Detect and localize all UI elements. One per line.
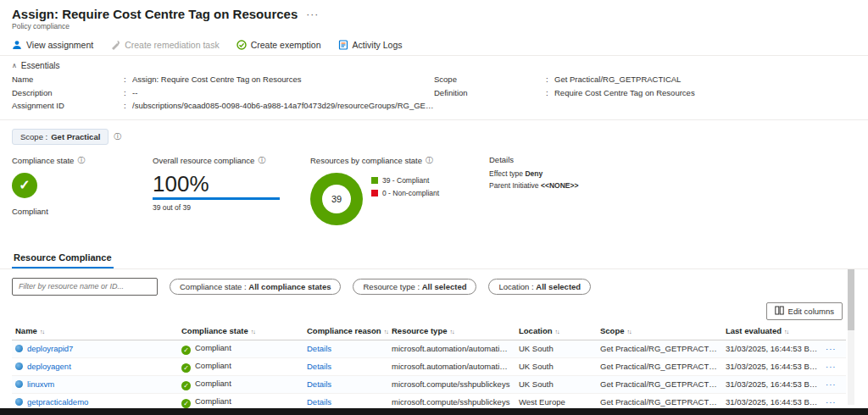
overall-compliance-block: Overall resource compliance ⓘ 100% 39 ou… [153,155,288,225]
legend-compliant-label: 39 - Compliant [382,176,429,185]
sort-icon: ↑↓ [784,329,788,335]
compliant-check-icon: ✓ [12,173,37,198]
table-toolbar: Edit columns [0,296,868,322]
col-label: Last evaluated [726,326,782,335]
essentials-description-row: Description : -- [12,86,434,100]
create-exemption-label: Create exemption [251,40,321,50]
resource-type-cell: microsoft.automation/automationaccounts [388,340,515,357]
view-assignment-button[interactable]: View assignment [12,40,93,50]
resource-link[interactable]: deployrapid7 [27,344,73,353]
compliant-icon: ✓ [181,399,191,408]
page-subtitle: Policy compliance [12,22,856,30]
colon: : [546,73,554,86]
col-header-last-evaluated[interactable]: Last evaluated↑↓ [722,322,822,340]
compliance-state-value: Compliant [195,343,231,352]
page-title: Assign: Require Cost Centre Tag on Resou… [12,7,298,21]
activity-logs-button[interactable]: Activity Logs [338,40,403,50]
resource-type-cell: microsoft.compute/sshpublickeys [388,375,515,393]
compliance-state-value: Compliant [195,396,231,406]
col-label: Location [519,326,553,335]
more-menu-icon[interactable]: ··· [306,8,319,20]
essentials-assignment-id-key: Assignment ID [12,99,124,113]
edit-columns-button[interactable]: Edit columns [766,302,843,320]
view-assignment-label: View assignment [26,40,93,50]
compliance-state-filter-pill[interactable]: Compliance state : All compliance states [170,279,341,295]
col-header-compliance-reason[interactable]: Compliance reason↑↓ [303,322,388,340]
resource-link[interactable]: deployagent [27,362,71,371]
resource-type-filter-pill[interactable]: Resource type : All selected [353,279,476,295]
details-link[interactable]: Details [307,362,331,371]
row-more-icon[interactable]: ··· [826,397,837,407]
details-link[interactable]: Details [307,397,331,407]
compliant-icon: ✓ [181,381,191,390]
create-remediation-task-button[interactable]: Create remediation task [110,40,219,50]
col-header-name[interactable]: Name↑↓ [12,322,178,340]
check-glyph: ✓ [19,177,30,193]
overall-compliance-count: 39 out of 39 [153,203,288,212]
location-filter-pill[interactable]: Location : All selected [488,279,591,295]
sort-icon: ↑↓ [555,329,559,335]
details-link[interactable]: Details [307,344,331,353]
scope-filter-pill[interactable]: Scope : Get Practical [12,129,108,145]
table-scrollbar[interactable] [848,269,854,405]
info-icon: ⓘ [258,155,265,166]
info-icon: ⓘ [114,131,121,142]
scrollbar-thumb[interactable] [848,269,854,330]
essentials-scope-value: Get Practical/RG_GETPRACTICAL [554,73,856,86]
columns-icon [775,306,784,317]
essentials-name-value: Assign: Require Cost Centre Tag on Resou… [132,73,434,86]
scope-pill-value: Get Practical [51,132,100,141]
sort-icon: ↑↓ [384,329,388,335]
compliance-state-label: Compliance state [12,156,74,165]
location-cell: UK South [515,357,597,375]
colon: : [546,86,554,100]
legend-compliant-swatch [371,177,378,184]
pill-label: Location : [498,282,533,291]
donut-center-count: 39 [331,194,342,204]
col-header-scope[interactable]: Scope↑↓ [597,322,722,340]
col-header-compliance-state[interactable]: Compliance state↑↓ [178,322,303,340]
table-row[interactable]: deployagent ✓Compliant Details microsoft… [12,357,846,375]
details-title: Details [489,155,514,164]
sort-icon: ↑↓ [40,329,44,335]
pill-value: All selected [422,282,467,291]
scope-filter-row: Scope : Get Practical ⓘ [0,120,868,148]
colon: : [124,86,132,100]
compliance-progress-bar [153,197,280,200]
col-label: Compliance state [181,326,248,335]
resource-link[interactable]: getpracticaldemo [27,397,88,407]
row-more-icon[interactable]: ··· [826,362,837,371]
compliant-icon: ✓ [181,346,191,355]
row-more-icon[interactable]: ··· [826,379,837,389]
overall-compliance-percent: 100% [153,173,288,195]
essentials-label: Essentials [21,61,60,70]
resources-by-state-label: Resources by compliance state [310,156,422,165]
resource-filter-input[interactable] [12,278,158,296]
row-more-icon[interactable]: ··· [826,344,837,353]
essentials-scope-row: Scope : Get Practical/RG_GETPRACTICAL [434,73,856,86]
essentials-definition-row: Definition : Require Cost Centre Tag on … [434,86,856,100]
col-label: Scope [600,326,625,335]
pill-label: Resource type : [363,282,420,291]
edit-columns-label: Edit columns [788,307,834,316]
col-header-resource-type[interactable]: Resource type↑↓ [388,322,515,340]
legend-noncompliant: 0 - Non-compliant [371,189,439,197]
table-row[interactable]: deployrapid7 ✓Compliant Details microsof… [12,340,846,357]
essentials-toggle[interactable]: ∧ Essentials [0,56,868,73]
compliance-state-value: Compliant [12,207,131,216]
pill-label: Compliance state : [180,282,247,291]
details-link[interactable]: Details [307,379,331,389]
create-exemption-button[interactable]: Create exemption [236,40,321,50]
pill-value: All compliance states [248,282,331,291]
col-header-location[interactable]: Location↑↓ [515,322,597,340]
tab-resource-compliance[interactable]: Resource Compliance [12,247,114,268]
compliance-state-value: Compliant [195,379,231,388]
col-label: Compliance reason [307,326,381,335]
details-block: Details Effect type Deny Parent Initiati… [489,155,676,225]
essentials-assignment-id-value: /subscriptions/9caad085-0098-40b6-a988-1… [132,99,434,113]
resource-link[interactable]: linuxvm [27,379,54,389]
parent-initiative-value: <<NONE>> [541,181,578,190]
colon: : [124,99,132,113]
essentials-scope-key: Scope [434,73,546,86]
table-row[interactable]: linuxvm ✓Compliant Details microsoft.com… [12,375,846,393]
